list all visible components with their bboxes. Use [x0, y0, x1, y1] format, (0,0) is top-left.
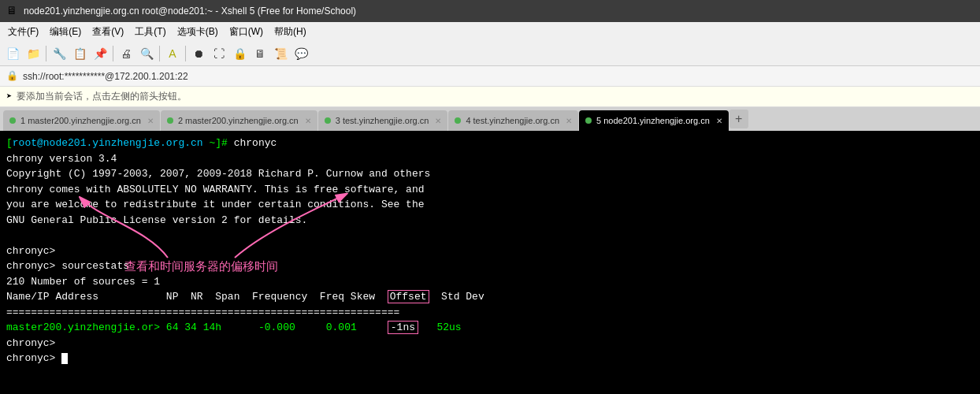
- tab-close-4[interactable]: ✕: [566, 117, 572, 125]
- cmd-1: chronyc: [234, 137, 277, 149]
- tab-3[interactable]: 3 test.yinzhengjie.org.cn ✕: [318, 110, 448, 131]
- table-freqskew: 0.001: [302, 322, 357, 333]
- address-bar: 🔒 ssh://root:***********@172.200.1.201:2…: [0, 66, 980, 87]
- menu-file[interactable]: 文件(F): [3, 24, 43, 40]
- server-name: master200.yinzhengjie.or>: [6, 322, 160, 333]
- terminal-line-5: chronyc>: [6, 336, 974, 351]
- terminal-line-4: 210 Number of sources = 1: [6, 274, 974, 290]
- menu-bar: 文件(F) 编辑(E) 查看(V) 工具(T) 选项卡(B) 窗口(W) 帮助(…: [0, 22, 980, 41]
- new-session-btn[interactable]: 📄: [3, 44, 22, 63]
- tab-dot-4: [455, 117, 461, 124]
- terminal-content: [root@node201.yinzhengjie.org.cn ~]# chr…: [6, 136, 974, 366]
- tab-5[interactable]: 5 node201.yinzhengjie.org.cn ✕: [579, 110, 729, 131]
- open-btn[interactable]: 📁: [24, 44, 43, 63]
- tab-dot-2: [167, 117, 173, 124]
- script-btn[interactable]: 📜: [271, 44, 290, 63]
- record-btn[interactable]: ⏺: [189, 44, 208, 63]
- tab-label-2: 2 master200.yinzhengjie.org.cn: [178, 116, 299, 125]
- title-bar: 🖥 node201.yinzhengjie.org.cn root@node20…: [0, 0, 980, 22]
- copy-btn[interactable]: 📋: [70, 44, 89, 63]
- offset-header: Offset: [388, 290, 429, 303]
- terminal[interactable]: [root@node201.yinzhengjie.org.cn ~]# chr…: [0, 131, 980, 394]
- chrony-output-1: chrony version 3.4: [6, 151, 974, 167]
- info-text: 要添加当前会话，点击左侧的箭头按钮。: [17, 90, 187, 103]
- chrony-output-2: Copyright (C) 1997-2003, 2007, 2009-2018…: [6, 166, 974, 182]
- color-btn[interactable]: A: [163, 44, 182, 63]
- tab-add-button[interactable]: +: [729, 110, 748, 128]
- table-np: 64: [166, 322, 179, 333]
- offset-value: -1ns: [388, 321, 418, 334]
- chrony-output-3: chrony comes with ABSOLUTELY NO WARRANTY…: [6, 182, 974, 198]
- app-icon: 🖥: [6, 5, 17, 17]
- tab-bar: 1 master200.yinzhengjie.org.cn ✕ 2 maste…: [0, 107, 980, 131]
- menu-tabs[interactable]: 选项卡(B): [173, 24, 223, 40]
- tab-label-3: 3 test.yinzhengjie.org.cn: [336, 116, 429, 125]
- arrow-icon: ➤: [6, 91, 12, 102]
- address-text: ssh://root:***********@172.200.1.201:22: [23, 71, 188, 82]
- lock-icon: 🔒: [6, 70, 18, 82]
- menu-edit[interactable]: 编辑(E): [45, 24, 86, 40]
- menu-help[interactable]: 帮助(H): [269, 24, 311, 40]
- toolbar: 📄 📁 🔧 📋 📌 🖨 🔍 A ⏺ ⛶ 🔒 🖥 📜 💬: [0, 41, 980, 66]
- paste-btn[interactable]: 📌: [91, 44, 110, 63]
- info-bar: ➤ 要添加当前会话，点击左侧的箭头按钮。: [0, 87, 980, 107]
- tab-dot-1: [9, 117, 16, 124]
- table-freq: -0.000: [228, 322, 295, 333]
- find-btn[interactable]: 🔍: [137, 44, 156, 63]
- lock-btn[interactable]: 🔒: [230, 44, 249, 63]
- tab-2[interactable]: 2 master200.yinzhengjie.org.cn ✕: [161, 110, 317, 131]
- menu-tools[interactable]: 工具(T): [130, 24, 170, 40]
- chrony-output-4: you are welcome to redistribute it under…: [6, 197, 974, 213]
- tab-dot-5: [585, 117, 592, 124]
- terminal-line-1: [root@node201.yinzhengjie.org.cn ~]# chr…: [6, 136, 974, 151]
- tab-label-1: 1 master200.yinzhengjie.org.cn: [20, 116, 141, 125]
- monitor-btn[interactable]: 🖥: [251, 44, 269, 63]
- title-text: node201.yinzhengjie.org.cn root@node201:…: [24, 6, 356, 17]
- tab-4[interactable]: 4 test.yinzhengjie.org.cn ✕: [448, 110, 578, 131]
- tab-close-5[interactable]: ✕: [716, 117, 722, 125]
- terminal-line-6: chronyc>: [6, 351, 974, 366]
- table-nr: 34: [184, 322, 197, 333]
- bubble-btn[interactable]: 💬: [291, 44, 310, 63]
- table-header: Name/IP Address NP NR Span Frequency Fre…: [6, 289, 974, 305]
- terminal-line-2: chronyc>: [6, 243, 974, 259]
- tab-close-1[interactable]: ✕: [147, 117, 154, 125]
- chrony-output-5: GNU General Public License version 2 for…: [6, 213, 974, 229]
- menu-view[interactable]: 查看(V): [87, 24, 128, 40]
- table-offset: -1ns: [363, 321, 418, 334]
- tab-label-5: 5 node201.yinzhengjie.org.cn: [596, 116, 710, 125]
- fullscreen-btn[interactable]: ⛶: [210, 44, 228, 63]
- table-row: master200.yinzhengjie.or> 64 34 14h -0.0…: [6, 320, 974, 336]
- table-stddev: 52us: [425, 322, 462, 333]
- terminal-line-3: chronyc> sourcestats: [6, 258, 974, 274]
- prompt-1: [root@node201.yinzhengjie.org.cn ~]#: [6, 137, 228, 149]
- cursor: [61, 353, 68, 364]
- tab-1[interactable]: 1 master200.yinzhengjie.org.cn ✕: [3, 110, 160, 131]
- tab-dot-3: [325, 117, 331, 124]
- properties-btn[interactable]: 🔧: [50, 44, 69, 63]
- tab-close-2[interactable]: ✕: [305, 117, 311, 125]
- table-span: 14h: [203, 322, 221, 333]
- print-btn[interactable]: 🖨: [117, 44, 135, 63]
- tab-close-3[interactable]: ✕: [435, 117, 441, 125]
- table-divider: ========================================…: [6, 305, 974, 321]
- menu-window[interactable]: 窗口(W): [225, 24, 268, 40]
- tab-label-4: 4 test.yinzhengjie.org.cn: [466, 116, 559, 125]
